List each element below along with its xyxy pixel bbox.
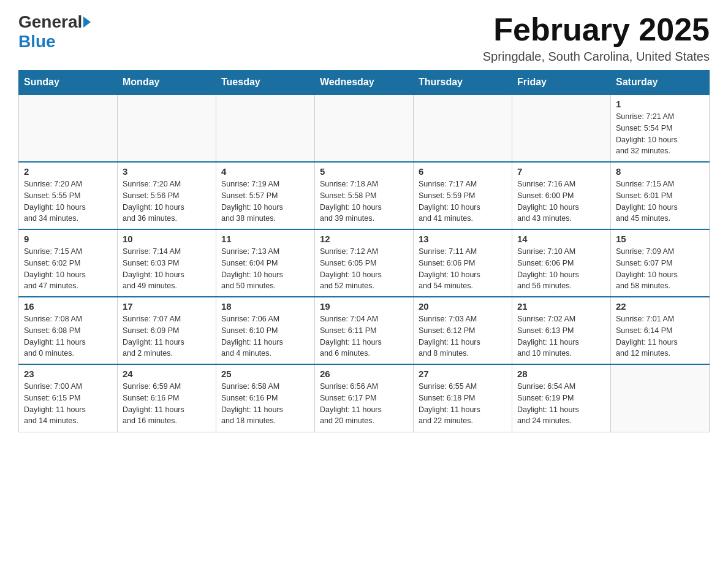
calendar-cell: 19Sunrise: 7:04 AMSunset: 6:11 PMDayligh… bbox=[315, 297, 414, 364]
calendar-cell: 6Sunrise: 7:17 AMSunset: 5:59 PMDaylight… bbox=[414, 162, 512, 229]
day-number: 12 bbox=[320, 234, 408, 244]
day-info: Sunrise: 6:58 AMSunset: 6:16 PMDaylight:… bbox=[221, 381, 309, 427]
calendar-cell bbox=[19, 94, 118, 162]
calendar-cell: 9Sunrise: 7:15 AMSunset: 6:02 PMDaylight… bbox=[19, 229, 118, 297]
calendar-table: SundayMondayTuesdayWednesdayThursdayFrid… bbox=[18, 70, 710, 432]
title-section: February 2025 Springdale, South Carolina… bbox=[483, 12, 710, 64]
day-number: 27 bbox=[419, 369, 507, 379]
day-info: Sunrise: 7:18 AMSunset: 5:58 PMDaylight:… bbox=[320, 178, 408, 224]
day-info: Sunrise: 7:15 AMSunset: 6:01 PMDaylight:… bbox=[616, 178, 704, 224]
calendar-week-row: 9Sunrise: 7:15 AMSunset: 6:02 PMDaylight… bbox=[19, 229, 710, 297]
page-header: General Blue February 2025 Springdale, S… bbox=[18, 12, 710, 64]
day-number: 6 bbox=[419, 166, 507, 177]
day-number: 25 bbox=[221, 369, 309, 379]
calendar-cell: 28Sunrise: 6:54 AMSunset: 6:19 PMDayligh… bbox=[512, 364, 611, 432]
day-info: Sunrise: 7:08 AMSunset: 6:08 PMDaylight:… bbox=[24, 313, 112, 359]
day-number: 20 bbox=[419, 301, 507, 312]
calendar-cell: 26Sunrise: 6:56 AMSunset: 6:17 PMDayligh… bbox=[315, 364, 414, 432]
calendar-cell: 15Sunrise: 7:09 AMSunset: 6:07 PMDayligh… bbox=[611, 229, 710, 297]
calendar-cell bbox=[315, 94, 414, 162]
day-number: 18 bbox=[221, 301, 309, 312]
day-number: 7 bbox=[517, 166, 605, 177]
calendar-cell: 11Sunrise: 7:13 AMSunset: 6:04 PMDayligh… bbox=[216, 229, 315, 297]
day-number: 2 bbox=[24, 166, 112, 177]
calendar-cell bbox=[512, 94, 611, 162]
day-info: Sunrise: 6:56 AMSunset: 6:17 PMDaylight:… bbox=[320, 381, 408, 427]
day-info: Sunrise: 7:07 AMSunset: 6:09 PMDaylight:… bbox=[123, 313, 211, 359]
day-number: 23 bbox=[24, 369, 112, 379]
day-info: Sunrise: 7:10 AMSunset: 6:06 PMDaylight:… bbox=[517, 246, 605, 292]
calendar-cell: 8Sunrise: 7:15 AMSunset: 6:01 PMDaylight… bbox=[611, 162, 710, 229]
day-info: Sunrise: 7:20 AMSunset: 5:55 PMDaylight:… bbox=[24, 178, 112, 224]
day-info: Sunrise: 7:04 AMSunset: 6:11 PMDaylight:… bbox=[320, 313, 408, 359]
day-number: 13 bbox=[419, 234, 507, 244]
calendar-cell bbox=[414, 94, 512, 162]
day-number: 17 bbox=[123, 301, 211, 312]
day-info: Sunrise: 7:16 AMSunset: 6:00 PMDaylight:… bbox=[517, 178, 605, 224]
day-info: Sunrise: 7:17 AMSunset: 5:59 PMDaylight:… bbox=[419, 178, 507, 224]
day-info: Sunrise: 7:00 AMSunset: 6:15 PMDaylight:… bbox=[24, 381, 112, 427]
weekday-header-monday: Monday bbox=[118, 71, 216, 95]
day-info: Sunrise: 7:06 AMSunset: 6:10 PMDaylight:… bbox=[221, 313, 309, 359]
calendar-cell: 3Sunrise: 7:20 AMSunset: 5:56 PMDaylight… bbox=[118, 162, 216, 229]
calendar-cell: 25Sunrise: 6:58 AMSunset: 6:16 PMDayligh… bbox=[216, 364, 315, 432]
weekday-header-sunday: Sunday bbox=[19, 71, 118, 95]
calendar-cell: 12Sunrise: 7:12 AMSunset: 6:05 PMDayligh… bbox=[315, 229, 414, 297]
calendar-cell: 10Sunrise: 7:14 AMSunset: 6:03 PMDayligh… bbox=[118, 229, 216, 297]
day-number: 16 bbox=[24, 301, 112, 312]
month-year-title: February 2025 bbox=[483, 12, 710, 47]
day-info: Sunrise: 6:55 AMSunset: 6:18 PMDaylight:… bbox=[419, 381, 507, 427]
day-number: 3 bbox=[123, 166, 211, 177]
calendar-cell: 13Sunrise: 7:11 AMSunset: 6:06 PMDayligh… bbox=[414, 229, 512, 297]
calendar-week-row: 1Sunrise: 7:21 AMSunset: 5:54 PMDaylight… bbox=[19, 94, 710, 162]
day-number: 15 bbox=[616, 234, 704, 244]
day-number: 24 bbox=[123, 369, 211, 379]
day-info: Sunrise: 7:13 AMSunset: 6:04 PMDaylight:… bbox=[221, 246, 309, 292]
day-number: 21 bbox=[517, 301, 605, 312]
weekday-header-tuesday: Tuesday bbox=[216, 71, 315, 95]
calendar-week-row: 23Sunrise: 7:00 AMSunset: 6:15 PMDayligh… bbox=[19, 364, 710, 432]
calendar-cell: 21Sunrise: 7:02 AMSunset: 6:13 PMDayligh… bbox=[512, 297, 611, 364]
day-number: 5 bbox=[320, 166, 408, 177]
day-info: Sunrise: 7:01 AMSunset: 6:14 PMDaylight:… bbox=[616, 313, 704, 359]
calendar-week-row: 16Sunrise: 7:08 AMSunset: 6:08 PMDayligh… bbox=[19, 297, 710, 364]
day-info: Sunrise: 7:09 AMSunset: 6:07 PMDaylight:… bbox=[616, 246, 704, 292]
weekday-header-wednesday: Wednesday bbox=[315, 71, 414, 95]
logo-general-text: General bbox=[18, 12, 82, 32]
day-number: 1 bbox=[616, 99, 704, 109]
day-number: 26 bbox=[320, 369, 408, 379]
calendar-cell: 16Sunrise: 7:08 AMSunset: 6:08 PMDayligh… bbox=[19, 297, 118, 364]
day-number: 8 bbox=[616, 166, 704, 177]
day-number: 10 bbox=[123, 234, 211, 244]
calendar-cell: 4Sunrise: 7:19 AMSunset: 5:57 PMDaylight… bbox=[216, 162, 315, 229]
calendar-cell bbox=[118, 94, 216, 162]
calendar-week-row: 2Sunrise: 7:20 AMSunset: 5:55 PMDaylight… bbox=[19, 162, 710, 229]
logo: General Blue bbox=[18, 12, 91, 52]
logo-arrow-icon bbox=[83, 17, 91, 28]
day-info: Sunrise: 7:12 AMSunset: 6:05 PMDaylight:… bbox=[320, 246, 408, 292]
day-info: Sunrise: 6:59 AMSunset: 6:16 PMDaylight:… bbox=[123, 381, 211, 427]
day-info: Sunrise: 7:11 AMSunset: 6:06 PMDaylight:… bbox=[419, 246, 507, 292]
day-info: Sunrise: 7:03 AMSunset: 6:12 PMDaylight:… bbox=[419, 313, 507, 359]
day-number: 22 bbox=[616, 301, 704, 312]
day-info: Sunrise: 7:15 AMSunset: 6:02 PMDaylight:… bbox=[24, 246, 112, 292]
day-number: 11 bbox=[221, 234, 309, 244]
weekday-header-friday: Friday bbox=[512, 71, 611, 95]
day-info: Sunrise: 7:14 AMSunset: 6:03 PMDaylight:… bbox=[123, 246, 211, 292]
day-info: Sunrise: 7:02 AMSunset: 6:13 PMDaylight:… bbox=[517, 313, 605, 359]
weekday-header-saturday: Saturday bbox=[611, 71, 710, 95]
day-info: Sunrise: 6:54 AMSunset: 6:19 PMDaylight:… bbox=[517, 381, 605, 427]
calendar-cell: 24Sunrise: 6:59 AMSunset: 6:16 PMDayligh… bbox=[118, 364, 216, 432]
calendar-cell: 27Sunrise: 6:55 AMSunset: 6:18 PMDayligh… bbox=[414, 364, 512, 432]
calendar-cell: 7Sunrise: 7:16 AMSunset: 6:00 PMDaylight… bbox=[512, 162, 611, 229]
day-number: 14 bbox=[517, 234, 605, 244]
calendar-cell: 22Sunrise: 7:01 AMSunset: 6:14 PMDayligh… bbox=[611, 297, 710, 364]
calendar-cell: 23Sunrise: 7:00 AMSunset: 6:15 PMDayligh… bbox=[19, 364, 118, 432]
calendar-cell bbox=[216, 94, 315, 162]
calendar-cell: 2Sunrise: 7:20 AMSunset: 5:55 PMDaylight… bbox=[19, 162, 118, 229]
logo-blue-text: Blue bbox=[18, 32, 56, 51]
location-subtitle: Springdale, South Carolina, United State… bbox=[483, 50, 710, 64]
day-info: Sunrise: 7:20 AMSunset: 5:56 PMDaylight:… bbox=[123, 178, 211, 224]
calendar-cell: 5Sunrise: 7:18 AMSunset: 5:58 PMDaylight… bbox=[315, 162, 414, 229]
day-info: Sunrise: 7:19 AMSunset: 5:57 PMDaylight:… bbox=[221, 178, 309, 224]
